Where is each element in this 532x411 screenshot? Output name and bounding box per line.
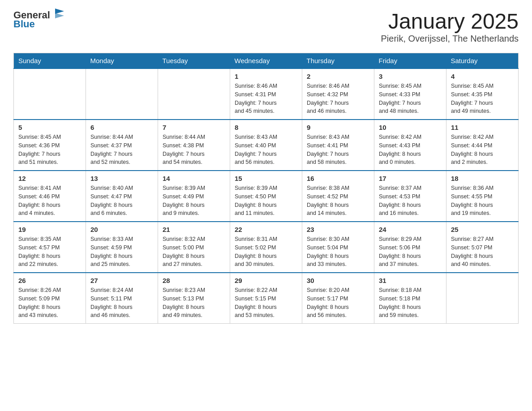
location-subtitle: Pierik, Overijssel, The Netherlands: [381, 34, 519, 44]
calendar-cell: 26Sunrise: 8:26 AMSunset: 5:09 PMDayligh…: [14, 273, 86, 324]
day-number: 14: [163, 175, 225, 182]
day-number: 24: [379, 226, 442, 233]
day-number: 29: [235, 277, 297, 284]
day-info: Sunrise: 8:36 AMSunset: 4:55 PMDaylight:…: [451, 184, 514, 218]
day-number: 23: [307, 226, 369, 233]
day-info: Sunrise: 8:45 AMSunset: 4:33 PMDaylight:…: [379, 82, 442, 116]
calendar-cell: 25Sunrise: 8:27 AMSunset: 5:07 PMDayligh…: [446, 222, 519, 273]
day-info: Sunrise: 8:42 AMSunset: 4:44 PMDaylight:…: [451, 133, 514, 167]
day-number: 6: [90, 124, 153, 131]
day-header-thursday: Thursday: [302, 53, 374, 69]
day-header-wednesday: Wednesday: [230, 53, 302, 69]
calendar-cell: 7Sunrise: 8:44 AMSunset: 4:38 PMDaylight…: [158, 120, 230, 171]
calendar-cell: 19Sunrise: 8:35 AMSunset: 4:57 PMDayligh…: [14, 222, 86, 273]
calendar-cell: 1Sunrise: 8:46 AMSunset: 4:31 PMDaylight…: [230, 68, 302, 120]
calendar-cell: 27Sunrise: 8:24 AMSunset: 5:11 PMDayligh…: [86, 273, 158, 324]
day-info: Sunrise: 8:20 AMSunset: 5:17 PMDaylight:…: [307, 286, 369, 320]
calendar-header: SundayMondayTuesdayWednesdayThursdayFrid…: [14, 53, 519, 69]
day-info: Sunrise: 8:44 AMSunset: 4:37 PMDaylight:…: [90, 133, 153, 167]
calendar-cell: 13Sunrise: 8:40 AMSunset: 4:47 PMDayligh…: [86, 171, 158, 222]
day-info: Sunrise: 8:27 AMSunset: 5:07 PMDaylight:…: [451, 235, 514, 269]
day-info: Sunrise: 8:35 AMSunset: 4:57 PMDaylight:…: [18, 235, 81, 269]
calendar-cell: 22Sunrise: 8:31 AMSunset: 5:02 PMDayligh…: [230, 222, 302, 273]
logo-flag-icon: [51, 7, 66, 21]
day-info: Sunrise: 8:31 AMSunset: 5:02 PMDaylight:…: [235, 235, 297, 269]
day-number: 27: [90, 277, 153, 284]
day-number: 1: [235, 73, 297, 80]
day-info: Sunrise: 8:45 AMSunset: 4:35 PMDaylight:…: [451, 82, 514, 116]
calendar-cell: 17Sunrise: 8:37 AMSunset: 4:53 PMDayligh…: [374, 171, 446, 222]
calendar-cell: 14Sunrise: 8:39 AMSunset: 4:49 PMDayligh…: [158, 171, 230, 222]
day-info: Sunrise: 8:22 AMSunset: 5:15 PMDaylight:…: [235, 286, 297, 320]
day-info: Sunrise: 8:30 AMSunset: 5:04 PMDaylight:…: [307, 235, 369, 269]
day-number: 22: [235, 226, 297, 233]
svg-marker-1: [55, 13, 64, 18]
calendar-cell: 3Sunrise: 8:45 AMSunset: 4:33 PMDaylight…: [374, 68, 446, 120]
week-row-3: 12Sunrise: 8:41 AMSunset: 4:46 PMDayligh…: [14, 171, 519, 222]
day-number: 13: [90, 175, 153, 182]
day-info: Sunrise: 8:44 AMSunset: 4:38 PMDaylight:…: [163, 133, 225, 167]
day-headers-row: SundayMondayTuesdayWednesdayThursdayFrid…: [14, 53, 519, 69]
calendar-cell: 6Sunrise: 8:44 AMSunset: 4:37 PMDaylight…: [86, 120, 158, 171]
logo: General Blue: [13, 9, 66, 30]
calendar-cell: 24Sunrise: 8:29 AMSunset: 5:06 PMDayligh…: [374, 222, 446, 273]
day-number: 2: [307, 73, 369, 80]
calendar-cell: 15Sunrise: 8:39 AMSunset: 4:50 PMDayligh…: [230, 171, 302, 222]
day-number: 17: [379, 175, 442, 182]
day-info: Sunrise: 8:38 AMSunset: 4:52 PMDaylight:…: [307, 184, 369, 218]
svg-marker-0: [55, 9, 64, 14]
day-info: Sunrise: 8:23 AMSunset: 5:13 PMDaylight:…: [163, 286, 225, 320]
day-header-sunday: Sunday: [14, 53, 86, 69]
day-info: Sunrise: 8:39 AMSunset: 4:50 PMDaylight:…: [235, 184, 297, 218]
day-number: 16: [307, 175, 369, 182]
calendar-cell: 11Sunrise: 8:42 AMSunset: 4:44 PMDayligh…: [446, 120, 519, 171]
calendar-cell: 2Sunrise: 8:46 AMSunset: 4:32 PMDaylight…: [302, 68, 374, 120]
day-number: 4: [451, 73, 514, 80]
calendar-cell: 29Sunrise: 8:22 AMSunset: 5:15 PMDayligh…: [230, 273, 302, 324]
day-number: 20: [90, 226, 153, 233]
calendar-cell: [446, 273, 519, 324]
day-info: Sunrise: 8:37 AMSunset: 4:53 PMDaylight:…: [379, 184, 442, 218]
logo-blue: Blue: [13, 18, 35, 30]
week-row-1: 1Sunrise: 8:46 AMSunset: 4:31 PMDaylight…: [14, 68, 519, 120]
week-row-2: 5Sunrise: 8:45 AMSunset: 4:36 PMDaylight…: [14, 120, 519, 171]
day-number: 11: [451, 124, 514, 131]
calendar-cell: [158, 68, 230, 120]
day-number: 7: [163, 124, 225, 131]
day-info: Sunrise: 8:32 AMSunset: 5:00 PMDaylight:…: [163, 235, 225, 269]
day-number: 5: [18, 124, 81, 131]
calendar-cell: 31Sunrise: 8:18 AMSunset: 5:18 PMDayligh…: [374, 273, 446, 324]
day-info: Sunrise: 8:40 AMSunset: 4:47 PMDaylight:…: [90, 184, 153, 218]
day-number: 15: [235, 175, 297, 182]
day-number: 31: [379, 277, 442, 284]
calendar-cell: 8Sunrise: 8:43 AMSunset: 4:40 PMDaylight…: [230, 120, 302, 171]
day-number: 30: [307, 277, 369, 284]
day-info: Sunrise: 8:43 AMSunset: 4:40 PMDaylight:…: [235, 133, 297, 167]
day-number: 21: [163, 226, 225, 233]
day-info: Sunrise: 8:24 AMSunset: 5:11 PMDaylight:…: [90, 286, 153, 320]
calendar-cell: 4Sunrise: 8:45 AMSunset: 4:35 PMDaylight…: [446, 68, 519, 120]
week-row-4: 19Sunrise: 8:35 AMSunset: 4:57 PMDayligh…: [14, 222, 519, 273]
day-info: Sunrise: 8:33 AMSunset: 4:59 PMDaylight:…: [90, 235, 153, 269]
day-info: Sunrise: 8:18 AMSunset: 5:18 PMDaylight:…: [379, 286, 442, 320]
day-number: 10: [379, 124, 442, 131]
calendar-cell: 18Sunrise: 8:36 AMSunset: 4:55 PMDayligh…: [446, 171, 519, 222]
calendar-cell: 23Sunrise: 8:30 AMSunset: 5:04 PMDayligh…: [302, 222, 374, 273]
calendar-cell: 5Sunrise: 8:45 AMSunset: 4:36 PMDaylight…: [14, 120, 86, 171]
day-header-saturday: Saturday: [446, 53, 519, 69]
day-number: 25: [451, 226, 514, 233]
day-header-friday: Friday: [374, 53, 446, 69]
day-info: Sunrise: 8:46 AMSunset: 4:31 PMDaylight:…: [235, 82, 297, 116]
calendar-cell: [14, 68, 86, 120]
day-info: Sunrise: 8:45 AMSunset: 4:36 PMDaylight:…: [18, 133, 81, 167]
day-number: 3: [379, 73, 442, 80]
day-number: 9: [307, 124, 369, 131]
page-header: General Blue January 2025 Pierik, Overij…: [13, 9, 519, 44]
day-info: Sunrise: 8:26 AMSunset: 5:09 PMDaylight:…: [18, 286, 81, 320]
calendar-table: SundayMondayTuesdayWednesdayThursdayFrid…: [13, 53, 519, 324]
calendar-cell: 10Sunrise: 8:42 AMSunset: 4:43 PMDayligh…: [374, 120, 446, 171]
month-title: January 2025: [381, 9, 519, 34]
calendar-cell: 9Sunrise: 8:43 AMSunset: 4:41 PMDaylight…: [302, 120, 374, 171]
calendar-cell: 28Sunrise: 8:23 AMSunset: 5:13 PMDayligh…: [158, 273, 230, 324]
calendar-cell: 16Sunrise: 8:38 AMSunset: 4:52 PMDayligh…: [302, 171, 374, 222]
